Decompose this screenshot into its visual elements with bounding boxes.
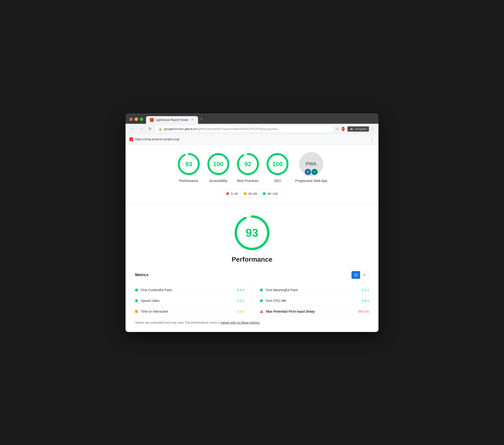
url-bar[interactable]: 🔒 googlechrome.github.io/lighthouse/view… [155, 126, 334, 132]
metric-name-tti: Time to Interactive [141, 309, 234, 313]
tab-favicon-icon: 🏮 [150, 118, 154, 122]
metric-speed-index[interactable]: Speed Index 2.3 s [135, 295, 252, 306]
title-bar: 🏮 Lighthouse Report Viewer ✕ + [126, 113, 378, 124]
score-cards: 93 Performance 100 Accessibility [135, 152, 369, 183]
url-path: /lighthouse/viewer/?psiurl=https%3A%2F%2… [196, 127, 281, 131]
pwa-label: Progressive Web App [295, 179, 327, 183]
pwa-circle: PWA ⚡ + [299, 152, 323, 176]
info-bar: 🏮 https://shop.polymer-project.org/ ⋮ [126, 134, 378, 145]
accessibility-label: Accessibility [209, 179, 227, 183]
metric-value-tti: 4.4 s [237, 309, 244, 313]
footnote-text-after: . [260, 321, 261, 324]
toggle-grid-button[interactable]: ⊟ [352, 271, 360, 279]
back-button[interactable]: ← [129, 126, 136, 132]
metric-name-fid: Max Potential First Input Delay [266, 309, 355, 313]
metrics-toggle: ⊟ ≡ [351, 271, 369, 279]
toggle-list-button[interactable]: ≡ [360, 271, 369, 279]
site-favicon-icon: 🏮 [129, 137, 133, 141]
performance-circle: 93 [177, 152, 201, 176]
metric-time-to-interactive[interactable]: Time to Interactive 4.4 s [135, 306, 252, 317]
tab-close-button[interactable]: ✕ [190, 118, 194, 122]
legend-range-fail: 0–49 [231, 192, 238, 196]
browser-window: 🏮 Lighthouse Report Viewer ✕ + ← → ↻ 🔒 g… [126, 113, 378, 332]
metric-value-fcp: 0.8 s [237, 288, 244, 292]
metric-name-fmp: First Meaningful Paint [266, 288, 359, 292]
info-menu-icon[interactable]: ⋮ [370, 137, 375, 142]
active-tab[interactable]: 🏮 Lighthouse Report Viewer ✕ [146, 116, 198, 124]
incognito-label: Incognito [355, 127, 367, 131]
metrics-left-column: First Contentful Paint 0.8 s Speed Index… [135, 285, 252, 317]
metric-value-fci: 3.6 s [362, 299, 369, 303]
pwa-offline-badge: ⚡ [305, 169, 311, 175]
metrics-header: Metrics ⊟ ≡ [135, 271, 369, 281]
best-practices-score: 92 [244, 160, 251, 168]
performance-large-score: 93 [246, 226, 258, 239]
performance-section: 93 Performance Metrics ⊟ ≡ [126, 204, 378, 332]
metric-triangle-fid [260, 310, 263, 313]
close-traffic-light[interactable] [129, 118, 133, 121]
metric-first-contentful-paint[interactable]: First Contentful Paint 0.8 s [135, 285, 252, 295]
metric-name-fcp: First Contentful Paint [141, 288, 234, 292]
incognito-icon: 🕵️ [350, 127, 353, 131]
tab-title: Lighthouse Report Viewer [156, 118, 189, 122]
legend-item-pass: 90–100 [263, 192, 278, 196]
footnote-text-before: Values are estimated and may vary. The p… [135, 321, 221, 324]
pwa-installable-badge: + [311, 169, 318, 175]
pwa-badges: ⚡ + [305, 169, 318, 175]
metric-first-meaningful-paint[interactable]: First Meaningful Paint 2.2 s [252, 285, 369, 295]
maximize-traffic-light[interactable] [140, 118, 143, 121]
best-practices-label: Best Practices [237, 179, 258, 183]
forward-button[interactable]: → [138, 126, 144, 132]
score-legend: 0–49 50–89 90–100 [135, 189, 369, 198]
bookmark-icon[interactable]: ☆ [336, 127, 339, 131]
metric-name-fci: First CPU Idle [266, 299, 359, 303]
pwa-text: PWA [306, 161, 317, 167]
metric-dot-fcp [135, 289, 138, 291]
legend-inner: 0–49 50–89 90–100 [220, 189, 284, 198]
score-card-seo[interactable]: 100 SEO [266, 152, 289, 183]
footnote-link[interactable]: based only on these metrics [221, 321, 260, 324]
score-card-performance[interactable]: 93 Performance [177, 152, 201, 183]
metric-value-fid: 440 ms [358, 309, 369, 313]
score-card-best-practices[interactable]: 92 Best Practices [236, 152, 260, 183]
lock-icon: 🔒 [159, 127, 162, 131]
site-url: https://shop.polymer-project.org/ [135, 137, 368, 141]
reload-button[interactable]: ↻ [146, 126, 153, 132]
legend-dot-green [263, 192, 266, 195]
legend-range-average: 50–89 [248, 192, 257, 196]
metric-dot-fci [260, 299, 263, 302]
seo-score: 100 [272, 160, 283, 168]
metric-max-potential-fid[interactable]: Max Potential First Input Delay 440 ms [252, 306, 369, 317]
metric-value-si: 2.3 s [237, 299, 244, 303]
metrics-section: Metrics ⊟ ≡ First Contentful Paint 0.8 s [135, 271, 369, 324]
metrics-title: Metrics [135, 273, 148, 277]
incognito-badge: 🕵️ Incognito [347, 126, 369, 132]
performance-score-area: 93 Performance [135, 214, 369, 263]
new-tab-button[interactable]: + [198, 116, 205, 123]
accessibility-score: 100 [213, 160, 223, 168]
scores-section: 93 Performance 100 Accessibility [126, 145, 378, 204]
metric-first-cpu-idle[interactable]: First CPU Idle 3.6 s [252, 295, 369, 306]
score-card-accessibility[interactable]: 100 Accessibility [206, 152, 230, 183]
metric-dot-si [135, 299, 138, 302]
metric-value-fmp: 2.2 s [362, 288, 369, 292]
metric-dot-fmp [260, 289, 263, 291]
traffic-lights [129, 118, 143, 124]
page-content: 93 Performance 100 Accessibility [126, 145, 378, 332]
seo-label: SEO [274, 179, 281, 183]
url-domain: googlechrome.github.io [164, 127, 196, 131]
extension-icon[interactable]: 🏮 [341, 127, 345, 131]
score-card-pwa[interactable]: PWA ⚡ + Progressive Web App [295, 152, 327, 183]
legend-range-pass: 90–100 [268, 192, 278, 196]
metrics-right-column: First Meaningful Paint 2.2 s First CPU I… [252, 285, 369, 317]
metrics-footnote: Values are estimated and may vary. The p… [135, 321, 369, 324]
legend-item-fail: 0–49 [226, 192, 238, 196]
browser-menu-icon[interactable]: ⋮ [371, 127, 375, 131]
performance-large-circle: 93 [233, 214, 271, 252]
address-bar: ← → ↻ 🔒 googlechrome.github.io/lighthous… [126, 124, 378, 134]
legend-dot-red [226, 192, 229, 195]
minimize-traffic-light[interactable] [135, 118, 138, 121]
best-practices-circle: 92 [236, 152, 260, 176]
performance-label: Performance [179, 179, 198, 183]
performance-score: 93 [185, 160, 192, 168]
